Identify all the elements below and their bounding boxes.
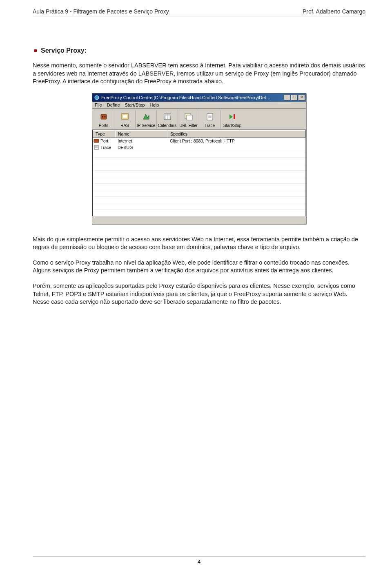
tool-ports-label: Ports <box>93 123 114 128</box>
tool-urlfilter-label: URL Filter <box>178 123 199 128</box>
paragraph-1: Nesse momento, somente o servidor LABSER… <box>33 62 365 86</box>
tool-ports[interactable]: Ports <box>93 110 114 129</box>
menubar: File Define Start/Stop Help <box>92 102 306 109</box>
page-footer: 4 <box>33 557 365 565</box>
tool-calendars-label: Calendars <box>157 123 178 128</box>
ports-icon <box>93 111 114 122</box>
header-right: Prof. Adalberto Camargo <box>303 8 365 15</box>
list-blank-row <box>93 151 305 157</box>
tool-ras-label: RAS <box>114 123 135 128</box>
svg-rect-5 <box>123 115 127 118</box>
row-type-cell: Trace <box>93 145 115 150</box>
list-blank-row <box>93 209 305 216</box>
close-button[interactable]: ✕ <box>298 95 305 100</box>
menu-help[interactable]: Help <box>149 102 159 107</box>
window-titlebar: FreeProxy Control Centre [C:\Program Fil… <box>92 94 306 102</box>
col-name[interactable]: Name <box>115 130 167 138</box>
svg-point-2 <box>102 116 103 117</box>
list-header: Type Name Specifics <box>93 130 305 138</box>
row-type: Port <box>100 138 108 143</box>
list-blank-row <box>93 203 305 209</box>
svg-rect-13 <box>207 114 213 120</box>
svg-rect-18 <box>234 114 235 119</box>
ras-icon <box>114 111 135 122</box>
list-blank-row <box>93 196 305 203</box>
svg-marker-17 <box>229 114 233 119</box>
list-blank-row <box>93 177 305 183</box>
port-row-icon <box>94 138 99 143</box>
trace-icon <box>199 111 220 122</box>
svg-rect-1 <box>101 114 107 119</box>
maximize-button[interactable]: □ <box>291 95 298 100</box>
tool-trace[interactable]: Trace <box>199 110 220 129</box>
ipservice-icon <box>136 111 156 122</box>
list-blank-row <box>93 190 305 196</box>
menu-file[interactable]: File <box>95 102 102 107</box>
tool-ipservice-label: IP Service <box>136 123 156 128</box>
list-blank-row <box>93 157 305 164</box>
startstop-icon <box>220 111 244 122</box>
svg-rect-12 <box>187 115 192 120</box>
paragraph-4: Porém, somente as aplicações suportadas … <box>33 282 365 306</box>
app-screenshot: FreeProxy Control Centre [C:\Program Fil… <box>33 93 365 224</box>
col-specifics[interactable]: Specifics <box>167 130 305 138</box>
minimize-button[interactable]: _ <box>284 95 290 100</box>
page-header: Aula Prática 9 - Filtragem de Pacotes e … <box>33 8 365 15</box>
section-title-row: Serviço Proxy: <box>33 47 365 54</box>
calendars-icon <box>157 111 178 122</box>
list-row[interactable]: Port Internet Client Port : 8080, Protoc… <box>93 138 305 144</box>
section-title: Serviço Proxy: <box>41 47 87 54</box>
list-blank-row <box>93 170 305 177</box>
row-type-cell: Port <box>93 138 115 143</box>
row-type: Trace <box>100 145 111 150</box>
urlfilter-icon <box>178 111 199 122</box>
menu-startstop[interactable]: Start/Stop <box>125 102 145 107</box>
trace-row-icon <box>94 145 99 150</box>
app-icon <box>94 95 100 100</box>
header-left: Aula Prática 9 - Filtragem de Pacotes e … <box>33 8 169 15</box>
page-number: 4 <box>198 559 200 565</box>
window-title: FreeProxy Control Centre [C:\Program Fil… <box>101 95 270 100</box>
svg-rect-19 <box>94 139 99 143</box>
tool-ipservice[interactable]: IP Service <box>136 110 157 129</box>
svg-point-0 <box>95 96 99 100</box>
menu-define[interactable]: Define <box>107 102 120 107</box>
svg-point-3 <box>104 116 105 117</box>
paragraph-3: Como o serviço Proxy trabalha no nível d… <box>33 259 365 275</box>
list-blank-row <box>93 183 305 190</box>
paragraph-2: Mais do que simplesmente permitir o aces… <box>33 236 365 252</box>
tool-urlfilter[interactable]: URL Filter <box>178 110 199 129</box>
row-specifics: Client Port : 8080, Protocol: HTTP <box>167 138 305 143</box>
list-blank-row <box>93 164 305 170</box>
col-type[interactable]: Type <box>93 130 115 138</box>
tool-trace-label: Trace <box>199 123 220 128</box>
list-area: Type Name Specifics Port Internet Client… <box>92 130 306 216</box>
row-name: Internet <box>115 138 167 143</box>
header-rule <box>33 16 365 16</box>
freeproxy-window: FreeProxy Control Centre [C:\Program Fil… <box>92 93 306 224</box>
row-name: DEBUG <box>115 145 167 150</box>
tool-calendars[interactable]: Calendars <box>157 110 178 129</box>
tool-startstop-label: Start/Stop <box>220 123 244 128</box>
toolbar: Ports RAS <box>92 109 306 130</box>
statusbar <box>92 216 306 224</box>
bullet-icon <box>34 49 37 52</box>
tool-ras[interactable]: RAS <box>114 110 136 129</box>
tool-startstop[interactable]: Start/Stop <box>220 110 244 129</box>
list-row[interactable]: Trace DEBUG <box>93 144 305 151</box>
